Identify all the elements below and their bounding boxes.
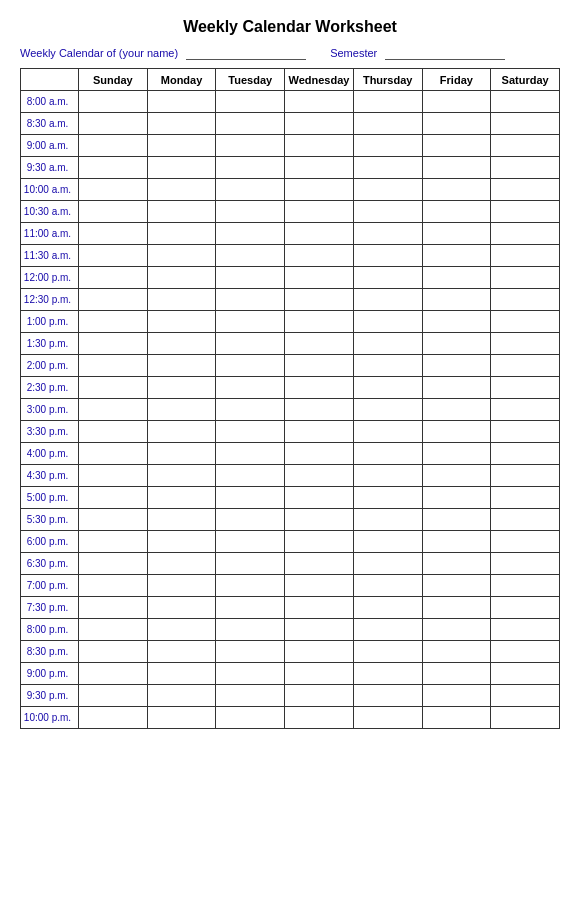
calendar-cell[interactable]: [216, 641, 285, 663]
calendar-cell[interactable]: [79, 135, 148, 157]
calendar-cell[interactable]: [216, 245, 285, 267]
calendar-cell[interactable]: [422, 597, 491, 619]
calendar-cell[interactable]: [422, 619, 491, 641]
calendar-cell[interactable]: [422, 311, 491, 333]
calendar-cell[interactable]: [216, 355, 285, 377]
calendar-cell[interactable]: [353, 289, 422, 311]
calendar-cell[interactable]: [353, 245, 422, 267]
calendar-cell[interactable]: [353, 355, 422, 377]
calendar-cell[interactable]: [491, 509, 560, 531]
calendar-cell[interactable]: [491, 421, 560, 443]
calendar-cell[interactable]: [79, 377, 148, 399]
calendar-cell[interactable]: [216, 179, 285, 201]
calendar-cell[interactable]: [353, 575, 422, 597]
calendar-cell[interactable]: [79, 487, 148, 509]
calendar-cell[interactable]: [79, 619, 148, 641]
calendar-cell[interactable]: [491, 135, 560, 157]
calendar-cell[interactable]: [79, 399, 148, 421]
calendar-cell[interactable]: [216, 91, 285, 113]
calendar-cell[interactable]: [422, 355, 491, 377]
calendar-cell[interactable]: [353, 333, 422, 355]
calendar-cell[interactable]: [422, 443, 491, 465]
calendar-cell[interactable]: [422, 707, 491, 729]
calendar-cell[interactable]: [79, 443, 148, 465]
calendar-cell[interactable]: [353, 707, 422, 729]
calendar-cell[interactable]: [79, 509, 148, 531]
calendar-cell[interactable]: [285, 509, 354, 531]
calendar-cell[interactable]: [216, 421, 285, 443]
calendar-cell[interactable]: [422, 135, 491, 157]
calendar-cell[interactable]: [353, 487, 422, 509]
calendar-cell[interactable]: [285, 267, 354, 289]
calendar-cell[interactable]: [491, 399, 560, 421]
calendar-cell[interactable]: [216, 223, 285, 245]
calendar-cell[interactable]: [147, 619, 216, 641]
calendar-cell[interactable]: [422, 91, 491, 113]
calendar-cell[interactable]: [491, 355, 560, 377]
calendar-cell[interactable]: [216, 157, 285, 179]
calendar-cell[interactable]: [147, 113, 216, 135]
calendar-cell[interactable]: [147, 575, 216, 597]
calendar-cell[interactable]: [147, 135, 216, 157]
calendar-cell[interactable]: [79, 663, 148, 685]
calendar-cell[interactable]: [422, 553, 491, 575]
calendar-cell[interactable]: [147, 355, 216, 377]
calendar-cell[interactable]: [285, 575, 354, 597]
calendar-cell[interactable]: [422, 421, 491, 443]
calendar-cell[interactable]: [147, 465, 216, 487]
calendar-cell[interactable]: [422, 377, 491, 399]
calendar-cell[interactable]: [285, 245, 354, 267]
calendar-cell[interactable]: [147, 421, 216, 443]
calendar-cell[interactable]: [285, 531, 354, 553]
calendar-cell[interactable]: [147, 223, 216, 245]
calendar-cell[interactable]: [353, 597, 422, 619]
calendar-cell[interactable]: [285, 663, 354, 685]
calendar-cell[interactable]: [79, 421, 148, 443]
calendar-cell[interactable]: [216, 113, 285, 135]
calendar-cell[interactable]: [216, 289, 285, 311]
calendar-cell[interactable]: [216, 333, 285, 355]
calendar-cell[interactable]: [147, 267, 216, 289]
calendar-cell[interactable]: [422, 267, 491, 289]
calendar-cell[interactable]: [353, 267, 422, 289]
calendar-cell[interactable]: [353, 465, 422, 487]
calendar-cell[interactable]: [79, 267, 148, 289]
calendar-cell[interactable]: [353, 619, 422, 641]
calendar-cell[interactable]: [79, 311, 148, 333]
calendar-cell[interactable]: [491, 333, 560, 355]
calendar-cell[interactable]: [79, 465, 148, 487]
name-field[interactable]: [186, 46, 306, 60]
calendar-cell[interactable]: [422, 531, 491, 553]
calendar-cell[interactable]: [147, 685, 216, 707]
calendar-cell[interactable]: [353, 311, 422, 333]
calendar-cell[interactable]: [285, 157, 354, 179]
calendar-cell[interactable]: [353, 91, 422, 113]
calendar-cell[interactable]: [79, 553, 148, 575]
calendar-cell[interactable]: [79, 91, 148, 113]
calendar-cell[interactable]: [79, 355, 148, 377]
calendar-cell[interactable]: [147, 179, 216, 201]
calendar-cell[interactable]: [353, 179, 422, 201]
calendar-cell[interactable]: [422, 245, 491, 267]
calendar-cell[interactable]: [147, 553, 216, 575]
calendar-cell[interactable]: [285, 465, 354, 487]
calendar-cell[interactable]: [147, 531, 216, 553]
calendar-cell[interactable]: [353, 421, 422, 443]
semester-field[interactable]: [385, 46, 505, 60]
calendar-cell[interactable]: [147, 91, 216, 113]
calendar-cell[interactable]: [285, 707, 354, 729]
calendar-cell[interactable]: [147, 663, 216, 685]
calendar-cell[interactable]: [147, 311, 216, 333]
calendar-cell[interactable]: [353, 201, 422, 223]
calendar-cell[interactable]: [491, 377, 560, 399]
calendar-cell[interactable]: [79, 245, 148, 267]
calendar-cell[interactable]: [147, 333, 216, 355]
calendar-cell[interactable]: [216, 575, 285, 597]
calendar-cell[interactable]: [285, 201, 354, 223]
calendar-cell[interactable]: [285, 641, 354, 663]
calendar-cell[interactable]: [147, 245, 216, 267]
calendar-cell[interactable]: [79, 333, 148, 355]
calendar-cell[interactable]: [147, 377, 216, 399]
calendar-cell[interactable]: [422, 157, 491, 179]
calendar-cell[interactable]: [491, 245, 560, 267]
